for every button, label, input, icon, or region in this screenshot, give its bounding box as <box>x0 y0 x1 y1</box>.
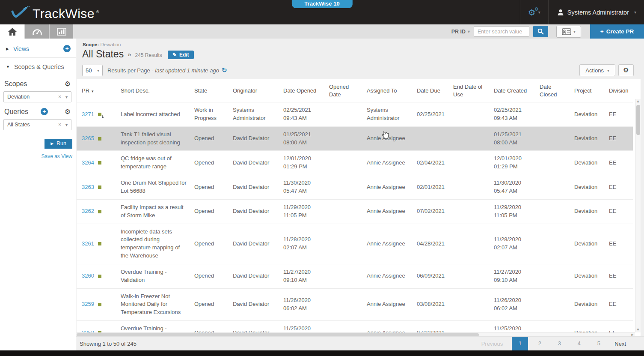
cell-pr: 3271 <box>77 102 117 127</box>
run-button[interactable]: ▶ Run <box>45 139 72 149</box>
column-header[interactable]: Date Created <box>490 79 536 102</box>
query-select[interactable]: All States × ▾ <box>3 119 71 130</box>
clear-icon[interactable]: × <box>58 94 61 100</box>
pr-link[interactable]: 3265 <box>82 135 94 141</box>
sidebar-section-scopes-queries[interactable]: ▼ Scopes & Queries <box>0 58 76 75</box>
tab-dashboard[interactable] <box>24 24 49 39</box>
cell-date-due: 06/09/2021 <box>413 264 450 288</box>
trackwise-logo: TrackWise ® <box>11 5 99 20</box>
cell-date-opened: 02/25/2021 09:43 AM <box>280 102 326 127</box>
page-button[interactable]: 4 <box>569 337 589 350</box>
pr-link[interactable]: 3264 <box>82 159 94 166</box>
user-menu[interactable]: Systems Administrator ▾ <box>549 0 644 24</box>
pagination-pages: 12345 <box>510 337 608 350</box>
table-row[interactable]: 3264 QC fridge was out of temperature ra… <box>77 151 633 175</box>
actions-button[interactable]: Actions ▾ <box>579 64 615 76</box>
user-name: Systems Administrator <box>567 9 629 16</box>
vertical-scrollbar[interactable]: ▲ ▼ <box>635 99 641 332</box>
column-header[interactable]: End Date of Use <box>450 79 490 102</box>
column-header[interactable]: Date Due <box>413 79 450 102</box>
scroll-right-icon[interactable]: ► <box>631 333 634 336</box>
page-button[interactable]: 3 <box>549 337 569 350</box>
table-row[interactable]: 3271 Label incorrect attached Work in Pr… <box>77 102 633 127</box>
queries-settings-icon[interactable]: ⚙ <box>65 108 71 116</box>
table-row[interactable]: 3265 Tank T1 failed visual inspection po… <box>77 126 633 151</box>
pr-link[interactable]: 3271 <box>82 111 94 117</box>
quick-view-button[interactable]: ▾ <box>556 26 581 38</box>
page-size-select[interactable]: 50 ▾ <box>82 65 103 76</box>
cell-end-date-of-use <box>450 288 490 321</box>
scrollbar-thumb[interactable] <box>636 105 640 135</box>
cell-division: EE <box>605 126 633 151</box>
cell-date-due <box>413 126 450 151</box>
scroll-down-icon[interactable]: ▼ <box>635 327 641 332</box>
column-header[interactable]: Short Desc. <box>117 79 191 102</box>
column-header[interactable]: Opened Date <box>326 79 363 102</box>
queries-label: Queries <box>4 108 28 116</box>
edit-button[interactable]: ✎ Edit <box>168 51 194 59</box>
cell-assigned-to: Annie Assignee <box>363 199 413 224</box>
cell-opened-date <box>326 264 363 288</box>
chevron-down-icon[interactable]: ▾ <box>65 123 68 127</box>
column-header[interactable]: Date Closed <box>536 79 571 102</box>
scrollbar-thumb[interactable] <box>77 333 479 336</box>
page-button[interactable]: 2 <box>530 337 549 350</box>
query-select-value: All States <box>7 122 30 128</box>
cell-pr: 3265 <box>77 126 117 151</box>
cell-short-desc: Label incorrect attached <box>117 102 191 127</box>
create-pr-button[interactable]: + Create PR <box>590 24 644 39</box>
tab-reports[interactable] <box>49 24 73 39</box>
record-status-icon <box>98 137 101 141</box>
showing-results-text: Showing 1 to 50 of 245 <box>80 341 137 347</box>
column-header[interactable]: PR▾ <box>77 79 117 102</box>
pr-link[interactable]: 3262 <box>82 208 94 214</box>
add-query-button[interactable]: + <box>41 108 48 115</box>
column-header[interactable]: Division <box>605 79 633 102</box>
horizontal-scrollbar[interactable]: ► <box>77 332 635 336</box>
column-header[interactable]: Assigned To <box>363 79 413 102</box>
previous-page-button[interactable]: Previous <box>474 341 510 347</box>
search-button[interactable] <box>533 26 548 37</box>
cell-short-desc: QC fridge was out of temperature range <box>117 151 191 175</box>
scope-select[interactable]: Deviation × ▾ <box>3 91 71 102</box>
search-field-selector[interactable]: PR ID ▾ <box>451 29 470 35</box>
column-header[interactable]: Date Opened <box>280 79 326 102</box>
admin-settings-menu[interactable]: ⚙⚙ ▾ <box>520 0 548 24</box>
table-header-row: PR▾Short Desc.StateOriginatorDate Opened… <box>77 79 633 102</box>
cell-project: Deviation <box>571 264 605 288</box>
pr-link[interactable]: 3260 <box>82 272 94 279</box>
table-row[interactable]: 3259 Walk-in Freezer Not Monitored Daily… <box>77 288 633 321</box>
table-row[interactable]: 3263 One Drum Not Shipped for Lot 56688 … <box>77 175 633 200</box>
tab-home[interactable] <box>0 24 24 39</box>
page-button[interactable]: 1 <box>512 337 528 350</box>
top-bar: TrackWise ® TrackWise 10 ⚙⚙ ▾ Systems Ad… <box>0 0 644 24</box>
table-row[interactable]: 3261 Incomplete data sets collected duri… <box>77 224 633 264</box>
sidebar-section-views[interactable]: ▶ Views + <box>0 39 76 58</box>
scopes-settings-icon[interactable]: ⚙ <box>65 80 71 88</box>
scroll-up-icon[interactable]: ▲ <box>635 99 641 104</box>
cell-state: Opened <box>191 264 229 288</box>
table-row[interactable]: 3262 Facility Impact as a result of Stor… <box>77 199 633 224</box>
cell-division: EE <box>605 175 633 200</box>
column-header[interactable]: Originator <box>229 79 280 102</box>
grid-settings-button[interactable]: ⚙ <box>618 64 634 76</box>
pr-link[interactable]: 3261 <box>82 240 94 247</box>
id-card-icon <box>562 28 571 35</box>
column-header[interactable]: State <box>191 79 229 102</box>
save-as-view-link[interactable]: Save as View <box>0 153 72 159</box>
cell-pr: 3260 <box>77 264 117 288</box>
app-version-tab[interactable]: TrackWise 10 <box>291 0 352 8</box>
clear-icon[interactable]: × <box>58 122 61 128</box>
add-view-button[interactable]: + <box>63 45 71 52</box>
refresh-icon[interactable]: ↻ <box>222 66 227 74</box>
pr-link[interactable]: 3263 <box>82 184 94 190</box>
pr-link[interactable]: 3259 <box>82 301 94 307</box>
chevron-down-icon[interactable]: ▾ <box>65 95 68 99</box>
cell-project: Deviation <box>571 126 605 151</box>
column-header[interactable]: Project <box>571 79 605 102</box>
cell-date-closed <box>536 175 571 200</box>
search-input[interactable] <box>474 26 529 37</box>
next-page-button[interactable]: Next <box>608 341 632 347</box>
table-row[interactable]: 3260 Overdue Training - Validation Opene… <box>77 264 633 288</box>
page-button[interactable]: 5 <box>589 337 608 350</box>
